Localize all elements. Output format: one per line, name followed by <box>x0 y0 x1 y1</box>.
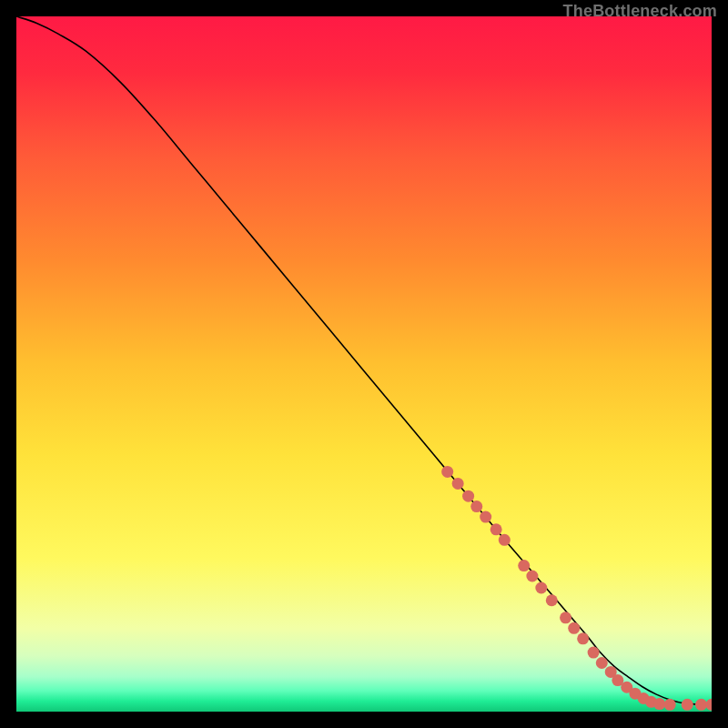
highlight-dot <box>546 594 558 606</box>
chart-container: TheBottleneck.com <box>0 0 728 728</box>
highlight-dot <box>452 478 464 490</box>
bottleneck-chart <box>16 16 712 712</box>
highlight-dot <box>577 632 589 644</box>
highlight-dot <box>441 466 453 478</box>
highlight-dot <box>526 571 538 582</box>
highlight-dot <box>480 511 491 523</box>
highlight-dot <box>499 534 511 546</box>
highlight-dot <box>682 699 693 711</box>
highlight-dot <box>695 699 707 711</box>
highlight-dot <box>518 560 530 571</box>
highlight-dot <box>490 523 502 535</box>
highlight-dot <box>653 698 665 710</box>
highlight-dot <box>568 622 580 634</box>
highlight-dot <box>470 500 482 512</box>
highlight-dot <box>560 612 571 623</box>
highlight-dot <box>588 647 600 659</box>
highlight-dot <box>462 490 474 502</box>
chart-background <box>16 16 712 712</box>
highlight-dot <box>664 699 676 711</box>
highlight-dot <box>596 657 608 669</box>
highlight-dot <box>535 582 547 594</box>
